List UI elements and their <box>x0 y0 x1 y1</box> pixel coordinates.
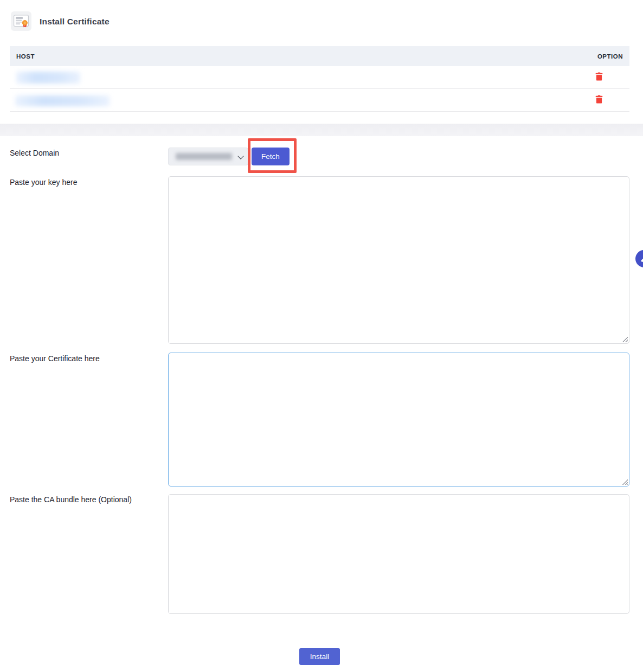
trash-icon <box>595 95 603 105</box>
ca-bundle-field-wrap <box>168 494 629 614</box>
hosts-table: HOST OPTION <box>10 46 629 112</box>
fetch-button[interactable]: Fetch <box>252 148 290 165</box>
table-row <box>10 66 629 89</box>
certificate-icon <box>11 11 31 31</box>
table-header-row: HOST OPTION <box>10 46 629 66</box>
section-divider-band <box>0 124 643 136</box>
select-domain-label: Select Domain <box>10 149 59 157</box>
pencil-icon <box>641 255 643 262</box>
ca-bundle-label: Paste the CA bundle here (Optional) <box>10 495 132 504</box>
certificate-textarea[interactable] <box>168 353 629 487</box>
host-redacted-value <box>15 95 110 106</box>
certificate-field-wrap <box>168 353 629 487</box>
table-row <box>10 89 629 112</box>
key-field-wrap <box>168 176 629 344</box>
delete-host-button[interactable] <box>594 95 604 105</box>
key-textarea[interactable] <box>168 176 629 344</box>
column-header-option: OPTION <box>597 53 629 60</box>
chevron-down-icon <box>239 154 243 158</box>
host-redacted-value <box>16 72 80 84</box>
key-label: Paste your key here <box>10 178 78 187</box>
ca-bundle-textarea[interactable] <box>168 494 629 614</box>
page-title: Install Certificate <box>40 17 110 27</box>
delete-host-button[interactable] <box>594 73 604 82</box>
column-header-host: HOST <box>10 53 597 60</box>
edit-fab-button[interactable] <box>635 250 643 267</box>
trash-icon <box>595 72 603 82</box>
certificate-label: Paste your Certificate here <box>10 354 100 363</box>
domain-select[interactable] <box>168 148 248 165</box>
install-button[interactable]: Install <box>299 648 340 665</box>
install-certificate-page: Install Certificate HOST OPTION <box>0 0 643 672</box>
selected-domain-redacted-value <box>176 153 232 160</box>
